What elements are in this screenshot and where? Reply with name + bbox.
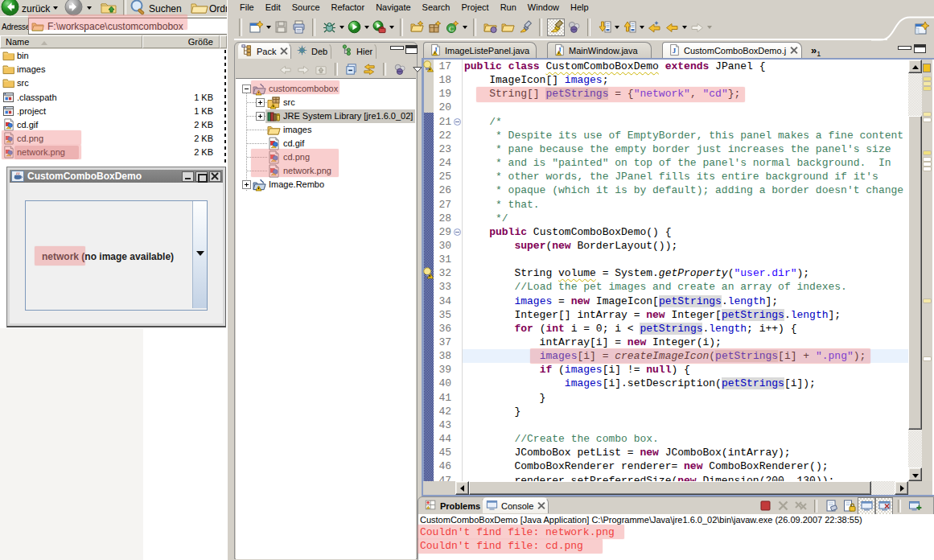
back-button[interactable] xyxy=(1,0,19,17)
new-wizard-icon[interactable] xyxy=(247,19,265,35)
editor-vertical-scrollbar[interactable] xyxy=(908,60,922,481)
up-nav-icon[interactable] xyxy=(312,61,330,77)
close-tab-icon[interactable] xyxy=(280,47,287,55)
tree-expander[interactable] xyxy=(256,112,265,121)
overview-annotation-mark[interactable] xyxy=(924,158,931,161)
tree-item-label[interactable]: src xyxy=(283,97,295,107)
new-java-project-icon[interactable] xyxy=(408,19,426,35)
filter-spheres-icon[interactable] xyxy=(391,61,409,77)
scroll-down-button[interactable] xyxy=(908,467,922,481)
view-tab-pack[interactable]: Pack xyxy=(238,43,291,59)
menu-run[interactable]: Run xyxy=(495,1,522,14)
dropdown-caret[interactable] xyxy=(461,19,468,35)
file-name[interactable]: src xyxy=(17,78,29,88)
menu-edit[interactable]: Edit xyxy=(260,1,286,14)
column-header-size[interactable]: Größe xyxy=(142,35,220,48)
tree-item-label[interactable]: cd.gif xyxy=(283,138,304,148)
menu-refactor[interactable]: Refactor xyxy=(326,1,371,14)
open-folder-icon[interactable] xyxy=(499,19,516,35)
debug-icon[interactable] xyxy=(320,19,338,35)
collapse-all-icon[interactable] xyxy=(343,61,360,77)
view-tab-console[interactable]: Console xyxy=(483,497,549,513)
pin-console-icon[interactable] xyxy=(858,497,875,515)
tree-item-image.rembo[interactable]: Image.Rembo xyxy=(236,178,416,191)
folders-button-label[interactable]: Ordner xyxy=(209,3,227,14)
overview-annotation-mark[interactable] xyxy=(924,357,931,360)
view-tab-deb[interactable]: Deb xyxy=(293,43,331,59)
folders-icon[interactable] xyxy=(190,0,208,17)
close-button[interactable] xyxy=(209,171,221,182)
back-button-label[interactable]: zurück xyxy=(22,3,50,14)
code-editor[interactable]: public class CustomComboBoxDemo extends … xyxy=(463,60,908,481)
overview-annotation-mark[interactable] xyxy=(924,113,931,116)
menu-source[interactable]: Source xyxy=(286,1,326,14)
column-header-name[interactable]: Name xyxy=(0,35,142,48)
dropdown-caret[interactable] xyxy=(363,19,370,35)
close-tab-icon[interactable] xyxy=(537,502,545,509)
forward-dropdown-caret[interactable] xyxy=(87,6,92,10)
new-package-icon[interactable] xyxy=(426,19,443,35)
open-console-icon[interactable] xyxy=(906,498,924,514)
open-perspective-icon[interactable] xyxy=(915,21,929,37)
tree-item-jre[interactable]: JRE System Library [jre1.6.0_02] xyxy=(236,109,416,123)
dropdown-caret[interactable] xyxy=(388,19,395,35)
tree-expander[interactable] xyxy=(256,98,265,107)
editor-tab-mainwindow-java[interactable]: JMainWindow.java xyxy=(547,42,652,58)
scroll-up-button[interactable] xyxy=(908,60,922,73)
menu-file[interactable]: File xyxy=(234,1,260,14)
overview-annotation-mark[interactable] xyxy=(924,163,931,166)
tree-item-label[interactable]: images xyxy=(283,125,311,134)
last-edit-location-icon[interactable] xyxy=(645,19,663,35)
remove-launch-icon[interactable] xyxy=(774,498,792,514)
combobox-dropdown-button[interactable] xyxy=(192,201,207,308)
tree-item-label[interactable]: Image.Rembo xyxy=(269,179,324,189)
column-header-type[interactable] xyxy=(220,35,227,48)
maximize-view-button[interactable] xyxy=(405,45,418,54)
file-name[interactable]: .classpath xyxy=(17,93,57,102)
back-nav-icon[interactable] xyxy=(277,61,294,77)
overview-annotation-mark[interactable] xyxy=(924,87,931,90)
forward-nav-icon[interactable] xyxy=(294,61,312,77)
minimize-view-button[interactable] xyxy=(390,46,404,50)
prev-annotation-icon[interactable] xyxy=(620,19,638,35)
mark-occurrences-icon[interactable] xyxy=(547,19,565,36)
tree-item-label[interactable]: JRE System Library [jre1.6.0_02] xyxy=(283,111,413,121)
tree-item-src[interactable]: src xyxy=(236,96,416,109)
file-name[interactable]: images xyxy=(17,64,45,74)
overview-annotation-mark[interactable] xyxy=(924,77,931,80)
fold-collapse-icon[interactable] xyxy=(454,229,461,236)
vertical-scroll-thumb[interactable] xyxy=(908,116,922,430)
tree-expander[interactable] xyxy=(242,84,251,93)
overview-annotation-mark[interactable] xyxy=(924,167,931,171)
back-icon[interactable] xyxy=(663,19,681,35)
close-tab-icon[interactable] xyxy=(790,47,796,54)
save-icon[interactable] xyxy=(272,19,290,35)
tree-expander[interactable] xyxy=(242,180,251,189)
editor-horizontal-scrollbar[interactable] xyxy=(455,481,908,495)
overview-status-square[interactable] xyxy=(923,64,931,72)
overview-annotation-mark[interactable] xyxy=(924,82,931,85)
forward-icon[interactable] xyxy=(688,19,706,35)
dropdown-caret[interactable] xyxy=(338,19,345,35)
dropdown-caret[interactable] xyxy=(681,19,688,35)
back-dropdown-caret[interactable] xyxy=(53,6,58,10)
menu-search[interactable]: Search xyxy=(417,1,456,14)
dropdown-caret[interactable] xyxy=(613,19,620,35)
console-select-icon[interactable] xyxy=(875,497,893,515)
run-external-icon[interactable] xyxy=(370,19,388,35)
fold-collapse-icon[interactable] xyxy=(454,118,461,126)
terminate-icon[interactable] xyxy=(756,498,774,514)
minimize-button[interactable] xyxy=(182,171,194,182)
scroll-right-button[interactable] xyxy=(895,481,908,495)
maximize-button[interactable] xyxy=(195,171,208,182)
new-class-icon[interactable]: C xyxy=(443,19,461,35)
file-row[interactable]: src xyxy=(0,76,227,90)
scroll-left-button[interactable] xyxy=(455,481,469,495)
file-name[interactable]: .project xyxy=(17,106,46,116)
dropdown-caret[interactable] xyxy=(706,19,713,35)
file-row[interactable]: .project 1 KB xyxy=(0,105,227,118)
file-row[interactable]: bin xyxy=(0,49,227,63)
search-button-label[interactable]: Suchen xyxy=(149,3,182,14)
maximize-editor-button[interactable] xyxy=(914,44,926,53)
dropdown-caret[interactable] xyxy=(638,19,645,35)
